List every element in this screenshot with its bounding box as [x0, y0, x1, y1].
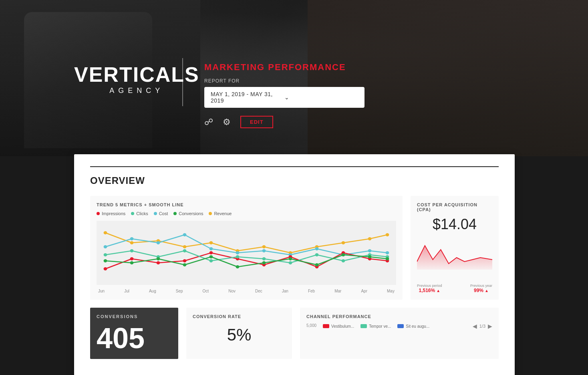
x-label-feb: Feb — [308, 289, 315, 293]
svg-point-2 — [130, 241, 134, 244]
svg-point-43 — [262, 257, 266, 260]
svg-point-41 — [209, 259, 213, 262]
trend-chart-legend: Impressions Clicks Cost Conversions Reve… — [97, 211, 396, 216]
svg-point-7 — [262, 245, 266, 248]
svg-point-17 — [209, 247, 213, 250]
cpa-chart-svg — [417, 238, 492, 270]
overview-divider — [90, 166, 499, 167]
trend-chart-title: TREND 5 METRICS + SMOOTH LINE — [97, 202, 396, 207]
svg-point-51 — [157, 257, 160, 260]
nav-next-icon[interactable]: ▶ — [488, 323, 492, 329]
svg-point-13 — [104, 245, 107, 248]
channel-performance-card: CHANNEL PERFORMANCE 5,000 Vestibulum... … — [300, 308, 499, 359]
svg-point-53 — [209, 255, 213, 258]
previous-period-value: 1,516% ▲ — [417, 288, 442, 293]
cpa-chart-area — [417, 238, 492, 280]
svg-point-28 — [183, 259, 187, 262]
tempor-color — [360, 324, 367, 328]
svg-point-23 — [368, 249, 372, 252]
svg-point-58 — [342, 253, 345, 256]
svg-point-60 — [386, 257, 389, 260]
x-label-sep: Sep — [176, 289, 183, 293]
x-label-dec: Dec — [255, 289, 262, 293]
channel-legend-sit: Sit eu augu... — [397, 324, 429, 329]
sit-color — [397, 324, 404, 328]
svg-point-5 — [209, 241, 213, 244]
x-label-may: May — [387, 289, 395, 293]
svg-point-57 — [315, 263, 319, 266]
channel-legend-vestibulum: Vestibulum... — [323, 324, 354, 329]
conversions-card: CONVERSIONS 405 — [90, 308, 178, 359]
gear-icon[interactable]: ⚙ — [223, 117, 231, 127]
revenue-label: Revenue — [214, 211, 232, 216]
conversions-title: CONVERSIONS — [97, 314, 172, 319]
cpa-card: COST PER ACQUISITION (CPA) $14.04 — [411, 196, 499, 300]
channel-nav: ◀ 1/3 ▶ — [473, 323, 492, 329]
svg-point-18 — [236, 251, 240, 254]
svg-point-12 — [386, 233, 389, 236]
svg-point-54 — [236, 265, 240, 268]
channel-performance-title: CHANNEL PERFORMANCE — [306, 314, 492, 319]
vestibulum-color — [323, 324, 329, 328]
x-label-oct: Oct — [203, 289, 209, 293]
overview-title: OVERVIEW — [90, 175, 499, 186]
header-actions: ☍ ⚙ EDIT — [204, 116, 364, 128]
svg-point-50 — [130, 261, 134, 264]
svg-point-44 — [289, 261, 292, 264]
svg-point-26 — [130, 257, 134, 260]
svg-point-52 — [183, 263, 187, 266]
share-icon[interactable]: ☍ — [204, 117, 213, 127]
svg-point-55 — [262, 261, 266, 264]
svg-point-46 — [342, 259, 345, 262]
x-label-jun: Jun — [98, 289, 105, 293]
report-for-label: REPORT FOR — [204, 78, 364, 84]
marketing-performance-title: MARKETING PERFORMANCE — [204, 62, 364, 73]
main-card: OVERVIEW TREND 5 METRICS + SMOOTH LINE I… — [74, 154, 515, 375]
svg-point-40 — [183, 249, 187, 252]
legend-cost: Cost — [154, 211, 168, 216]
conversion-rate-title: CONVERSION RATE — [193, 314, 286, 319]
x-label-apr: Apr — [361, 289, 367, 293]
nav-prev-icon[interactable]: ◀ — [473, 323, 477, 329]
date-range-dropdown[interactable]: MAY 1, 2019 - MAY 31, 2019 ⌄ — [204, 87, 364, 108]
cost-dot — [154, 212, 157, 215]
header-content: MARKETING PERFORMANCE REPORT FOR MAY 1, … — [204, 62, 364, 128]
edit-button[interactable]: EDIT — [240, 116, 273, 128]
svg-point-16 — [183, 233, 187, 236]
legend-revenue: Revenue — [209, 211, 232, 216]
cpa-previous-period: Previous period 1,516% ▲ — [417, 284, 442, 293]
channel-y-label: 5,000 — [306, 323, 316, 328]
svg-point-38 — [130, 249, 134, 252]
svg-point-1 — [104, 231, 107, 234]
logo-agency: AGENCY — [74, 87, 199, 95]
conversion-rate-value: 5% — [193, 325, 286, 345]
cpa-comparison: Previous period 1,516% ▲ Previous year 9… — [417, 284, 492, 293]
svg-point-27 — [157, 261, 160, 264]
svg-point-15 — [157, 241, 160, 244]
cpa-title: COST PER ACQUISITION (CPA) — [417, 202, 492, 212]
svg-point-25 — [104, 267, 107, 270]
date-range-value: MAY 1, 2019 - MAY 31, 2019 — [211, 91, 284, 104]
svg-point-21 — [315, 247, 319, 250]
svg-point-14 — [130, 237, 134, 240]
cpa-value: $14.04 — [417, 216, 492, 233]
legend-conversions: Conversions — [173, 211, 203, 216]
chevron-down-icon: ⌄ — [284, 94, 358, 101]
impressions-dot — [97, 212, 100, 215]
legend-clicks: Clicks — [131, 211, 148, 216]
svg-point-19 — [262, 249, 266, 252]
x-label-aug: Aug — [149, 289, 156, 293]
svg-point-29 — [209, 251, 213, 254]
logo-area: VERTICALS AGENCY — [74, 64, 199, 95]
tempor-label: Tempor ve... — [369, 324, 391, 329]
vestibulum-label: Vestibulum... — [331, 324, 354, 329]
logo-verticals: VERTICALS — [74, 64, 199, 85]
revenue-dot — [209, 212, 212, 215]
previous-year-arrow: ▲ — [485, 288, 489, 293]
x-label-jul: Jul — [124, 289, 129, 293]
channel-legend: 5,000 Vestibulum... Tempor ve... Sit eu … — [306, 323, 492, 329]
conversions-number: 405 — [97, 324, 172, 353]
x-label-mar: Mar — [334, 289, 341, 293]
previous-period-arrow: ▲ — [436, 288, 440, 293]
previous-year-label: Previous year — [470, 284, 492, 288]
